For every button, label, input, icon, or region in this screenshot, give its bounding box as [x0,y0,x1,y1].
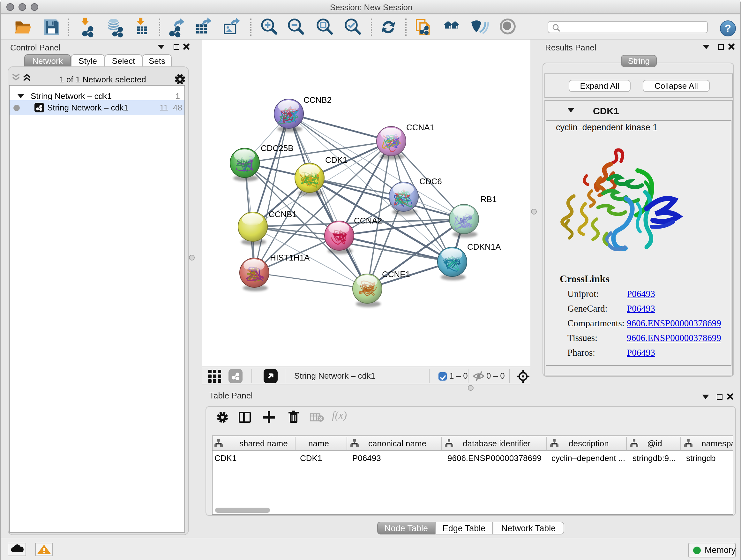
svg-text:CDKN1A: CDKN1A [467,242,501,252]
svg-text:CCNA1: CCNA1 [406,123,434,132]
svg-text:CCNE1: CCNE1 [382,269,410,279]
svg-text:CCNA2: CCNA2 [354,216,382,226]
svg-text:HIST1H1A: HIST1H1A [270,253,310,262]
svg-text:CCNB1: CCNB1 [269,209,297,219]
svg-text:CCNB2: CCNB2 [304,95,332,105]
svg-text:CDC25B: CDC25B [261,143,293,153]
svg-text:CDK1: CDK1 [325,155,347,165]
svg-text:RB1: RB1 [481,194,497,204]
svg-text:CDC6: CDC6 [419,177,442,186]
